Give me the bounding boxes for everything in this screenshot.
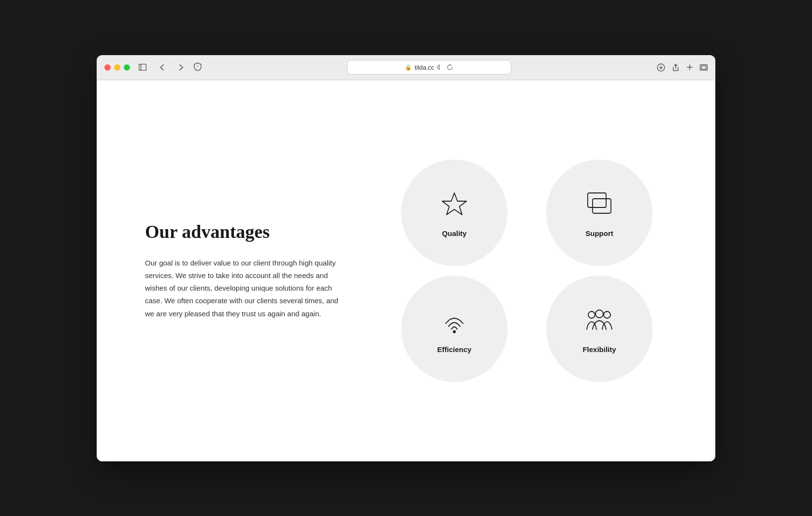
add-tab-icon[interactable] [686,64,693,71]
support-label: Support [585,229,613,237]
url-text: tilda.cc [415,64,434,71]
address-bar-wrapper: 🔒 tilda.cc [207,60,651,74]
advantage-card-quality: Quality [401,160,508,266]
traffic-lights [104,64,130,71]
refresh-icon[interactable] [447,64,453,71]
traffic-light-yellow[interactable] [114,64,120,71]
flexibility-icon [582,304,616,338]
support-icon [582,188,616,221]
advantage-card-efficiency: Efficiency [401,276,508,382]
lock-icon: 🔒 [405,64,412,71]
grid-item-quality: Quality [387,160,522,266]
browser-chrome: 🔒 tilda.cc [97,55,715,80]
download-icon[interactable] [657,63,665,72]
grid-item-support: Support [532,160,667,266]
svg-point-14 [604,311,610,318]
advantages-grid: Quality Support [387,160,667,382]
efficiency-icon [437,304,471,338]
svg-rect-10 [588,193,606,207]
svg-point-15 [595,310,603,318]
svg-rect-11 [593,199,611,213]
traffic-light-green[interactable] [124,64,130,71]
forward-button[interactable] [174,60,188,74]
page-content: Our advantages Our goal is to deliver va… [97,80,715,461]
browser-right-icons [657,63,708,72]
efficiency-label: Efficiency [437,345,472,354]
audio-icon [437,64,444,71]
page-description: Our goal is to deliver value to our clie… [145,257,348,320]
flexibility-label: Flexibility [582,345,616,354]
svg-point-12 [453,330,456,333]
advantage-card-support: Support [546,160,652,266]
page-title: Our advantages [145,221,348,243]
svg-point-13 [588,311,595,318]
quality-icon [437,188,471,221]
grid-item-efficiency: Efficiency [387,276,522,382]
svg-rect-0 [139,64,146,71]
traffic-light-red[interactable] [104,64,111,71]
tabs-icon[interactable] [700,64,708,71]
sidebar-button[interactable] [136,60,149,74]
address-bar[interactable]: 🔒 tilda.cc [347,60,511,74]
svg-marker-9 [442,193,466,215]
share-icon[interactable] [672,63,680,72]
back-button[interactable] [155,60,169,74]
quality-label: Quality [442,229,467,237]
svg-rect-8 [701,66,706,69]
left-section: Our advantages Our goal is to deliver va… [145,221,348,320]
browser-window: 🔒 tilda.cc [97,55,715,461]
advantage-card-flexibility: Flexibility [546,276,652,382]
grid-item-flexibility: Flexibility [532,276,667,382]
shield-icon[interactable] [194,62,202,73]
